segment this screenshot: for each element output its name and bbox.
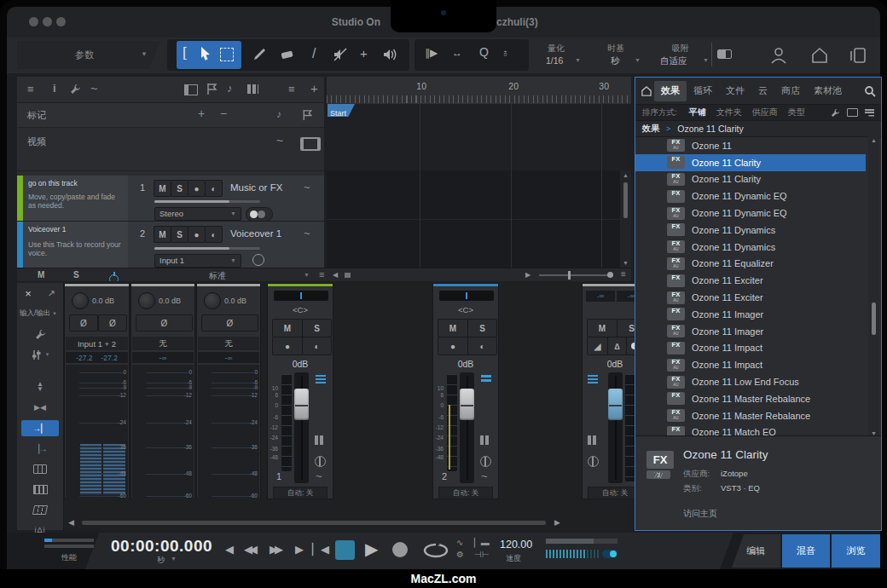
browser-search-icon[interactable] xyxy=(864,85,876,97)
instruments-icon[interactable] xyxy=(33,485,48,494)
quantize-icon[interactable]: Q xyxy=(479,45,489,59)
sort-filter-icon[interactable] xyxy=(865,109,874,117)
browser-scroll-up-icon[interactable]: ▲ xyxy=(871,137,877,143)
zoom-presets-icon[interactable]: ≡ xyxy=(621,269,626,279)
autoscroll-icon[interactable]: ∥▶ xyxy=(425,47,438,59)
plugin-list-item[interactable]: FXAUOzone 11 Dynamics xyxy=(635,239,881,256)
phase-button[interactable]: Ø xyxy=(201,314,258,331)
user-account-icon[interactable] xyxy=(768,45,789,66)
layers-icon[interactable] xyxy=(588,435,596,445)
traffic-light-zoom[interactable] xyxy=(56,17,66,26)
plugin-list-item[interactable]: FXAUOzone 11 Impact xyxy=(635,356,881,373)
quantize-dropdown[interactable]: 量化 1/16 ▼ xyxy=(534,40,594,70)
track-lanes[interactable] xyxy=(327,170,631,268)
monitor-button[interactable]: ◐ xyxy=(467,337,497,355)
console-wrench-icon[interactable] xyxy=(35,329,46,340)
track-volume-slider[interactable] xyxy=(154,247,260,250)
scroll-up-icon[interactable]: ▲ xyxy=(623,172,629,178)
track-monitor-button[interactable]: ◐ xyxy=(205,180,223,197)
sort-option-平铺[interactable]: 平铺 xyxy=(689,107,706,118)
output-meter-toggle[interactable] xyxy=(602,550,617,558)
mute-button[interactable]: M xyxy=(272,319,303,337)
console-scroll-right-icon[interactable]: ▶ xyxy=(554,518,560,527)
traffic-light-minimize[interactable] xyxy=(43,17,52,26)
arranger-icon[interactable] xyxy=(247,84,258,94)
remove-marker-icon[interactable]: − xyxy=(220,107,227,120)
traffic-light-close[interactable] xyxy=(29,17,38,26)
fader[interactable] xyxy=(294,372,309,483)
browser-home-icon[interactable] xyxy=(641,85,652,97)
split-tool-icon[interactable]: / xyxy=(312,46,316,61)
zoom-slider-handle[interactable] xyxy=(568,271,571,280)
stop-button[interactable] xyxy=(335,540,355,560)
zoom-out-icon[interactable]: ▶ xyxy=(525,271,530,279)
timeline-vscrollbar[interactable]: ▲ ▼ xyxy=(620,170,631,268)
sort-option-类型[interactable]: 类型 xyxy=(788,107,805,118)
footer-solo-button[interactable]: S xyxy=(73,270,79,280)
hscroll-thumb[interactable] xyxy=(345,273,351,278)
input-route[interactable]: Input 1 + 2 xyxy=(66,337,128,350)
scroll-down-icon[interactable]: ▼ xyxy=(623,260,629,266)
plugin-list-item[interactable]: FXOzone 11 Exciter xyxy=(635,272,881,289)
bend-tool-icon[interactable]: + xyxy=(360,46,368,61)
mute-button[interactable]: M xyxy=(438,319,468,337)
timeline-ruler[interactable]: 102030 xyxy=(327,77,631,105)
console-scroll-left-icon[interactable]: ◀ xyxy=(68,518,74,527)
channel-voiceover-strip[interactable]: <C> M S ● ◐ 0dB 1060-6-12-24-36-48 2 ~ 自… xyxy=(432,283,499,499)
punch-in-icon[interactable]: ▏▬ xyxy=(474,538,490,547)
eraser-tool-icon[interactable] xyxy=(280,49,294,61)
mute-button[interactable]: M xyxy=(587,319,617,337)
plugin-list-item[interactable]: FXOzone 11 Impact xyxy=(635,340,881,357)
solo-button[interactable]: S xyxy=(467,319,497,337)
autopunch-icon[interactable]: ⊣⊢ xyxy=(474,550,489,559)
plugin-list-item[interactable]: FXOzone 11 Master Rebalance xyxy=(635,390,881,407)
add-track-icon[interactable]: + xyxy=(310,81,318,95)
channel-handle[interactable] xyxy=(65,284,129,286)
inspector-icon[interactable]: i xyxy=(53,82,56,95)
marquee-tool-icon[interactable] xyxy=(220,48,234,61)
track-record-button[interactable]: ● xyxy=(188,226,206,243)
sort-option-文件夹[interactable]: 文件夹 xyxy=(716,107,742,118)
track-solo-button[interactable]: S xyxy=(171,180,188,197)
snap-dropdown[interactable]: 吸附 自适应 ▼ xyxy=(652,40,718,70)
track-mute-button[interactable]: M xyxy=(154,226,171,243)
track-solo-button[interactable]: S xyxy=(171,226,188,243)
track-record-button[interactable]: ● xyxy=(188,180,206,197)
plugin-list-item[interactable]: FXOzone 11 Imager xyxy=(635,306,881,323)
external-devices-icon[interactable] xyxy=(33,464,47,474)
cue-mix-icon[interactable] xyxy=(480,456,491,467)
console-mixer-icon[interactable] xyxy=(31,349,42,360)
marker-video-zone[interactable] xyxy=(327,104,631,171)
marker-note-icon[interactable]: ♪ xyxy=(276,108,281,120)
fader-knob[interactable] xyxy=(608,389,623,420)
edit-view-button[interactable]: 编辑 xyxy=(732,534,780,568)
browser-tab-云[interactable]: 云 xyxy=(751,81,774,101)
show-inputs-button[interactable]: →▏ xyxy=(21,420,59,436)
phase-right-button[interactable]: Ø xyxy=(98,314,127,331)
arrow-tool-icon[interactable] xyxy=(200,46,212,61)
channel-input1[interactable]: 0.0 dB Ø 无 -∞ 0-6-9-12-24-36-48-60 xyxy=(130,283,195,499)
automation-mode[interactable]: 自动: 关 xyxy=(273,487,328,499)
tempo-value[interactable]: 120.00 xyxy=(500,539,532,551)
markers-lane[interactable]: 标记 + − ♪ xyxy=(17,103,324,128)
pages-icon[interactable] xyxy=(848,46,868,65)
footer-menu-icon[interactable]: ≡ xyxy=(319,269,324,280)
time-unit-dropdown[interactable]: 秒 xyxy=(157,555,165,566)
inserts-mini-icon[interactable] xyxy=(316,375,326,383)
input-route[interactable]: 无 xyxy=(198,337,259,350)
sort-panel-icon[interactable] xyxy=(847,108,858,117)
phase-left-button[interactable]: Ø xyxy=(69,314,98,331)
console-scroll-thumb[interactable] xyxy=(82,521,546,525)
narrow-channels-icon[interactable]: ▶◀ xyxy=(34,403,46,412)
browser-scroll-thumb[interactable] xyxy=(872,303,876,335)
metronome-icon[interactable]: ∆ xyxy=(607,337,627,355)
monitor-button[interactable]: ◐ xyxy=(302,337,332,355)
plugin-list-item[interactable]: FXAUOzone 11 Low End Focus xyxy=(635,373,881,390)
film-icon[interactable] xyxy=(300,137,321,151)
record-button[interactable]: ● xyxy=(438,337,468,355)
prev-marker-button[interactable]: ◀ xyxy=(225,543,234,556)
mono-icon[interactable]: ◢ xyxy=(587,337,608,355)
loop-button[interactable] xyxy=(422,543,449,558)
rewind-button[interactable]: ◀◀ xyxy=(244,543,254,556)
track-mono-button[interactable] xyxy=(252,254,264,266)
